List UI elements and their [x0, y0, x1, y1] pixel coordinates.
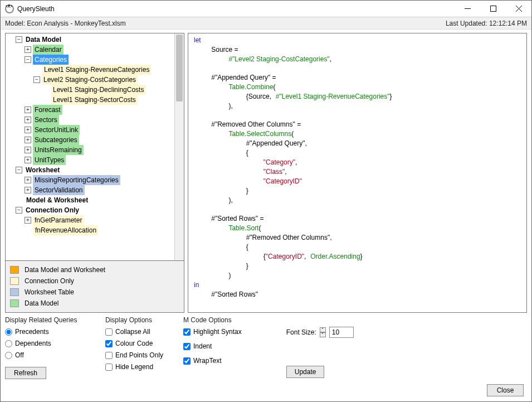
app-window: QuerySleuth Model: Econ Analysis - Monke…: [0, 0, 532, 402]
mcode-view[interactable]: let Source = #"Level2 Staging-CostCatego…: [188, 33, 527, 313]
app-title: QuerySleuth: [17, 5, 55, 13]
fontsize-down[interactable]: ˅: [320, 332, 326, 337]
legend-dm-ws: Data Model and Worksheet: [25, 266, 105, 274]
tree-item-unitsremaining[interactable]: UnitsRemaining: [33, 145, 84, 155]
tree-item-fngetparameter[interactable]: fnGetParameter: [33, 215, 84, 225]
related-queries-title: Display Related Queries: [5, 316, 94, 324]
fontsize-up[interactable]: ˄: [320, 327, 326, 332]
expand-icon[interactable]: +: [25, 127, 31, 133]
tree-item-sector-validation[interactable]: SectorValidation: [33, 185, 85, 195]
expand-icon[interactable]: +: [25, 117, 31, 123]
tree-item-forecast[interactable]: Forecast: [33, 105, 62, 115]
tree-item-sectorunitlink[interactable]: SectorUnitLink: [33, 125, 80, 135]
display-options-title: Display Options: [105, 316, 172, 324]
legend-swatch-orange: [10, 266, 19, 274]
app-icon: [5, 4, 14, 13]
tree-item-lvl1-revenue-categories[interactable]: Level1 Staging-RevenueCategories: [42, 65, 151, 75]
radio-off[interactable]: [5, 352, 12, 359]
legend-swatch-green: [10, 299, 19, 307]
legend-ws-table: Worksheet Table: [25, 288, 74, 296]
tree-group-worksheet[interactable]: Worksheet: [24, 165, 61, 175]
tree-item-lvl1-declining-costs[interactable]: Level1 Staging-DecliningCosts: [51, 85, 145, 95]
tree-scrollbar[interactable]: [174, 33, 184, 260]
expand-icon[interactable]: +: [25, 157, 31, 163]
expand-icon[interactable]: +: [25, 106, 31, 113]
last-updated: Last Updated: 12:12:14 PM: [446, 20, 527, 27]
fontsize-label: Font Size:: [286, 328, 316, 336]
infobar: Model: Econ Analysis - MonkeyTest.xlsm L…: [1, 17, 531, 30]
maximize-button[interactable]: [480, 1, 506, 17]
tree-item-categories[interactable]: Categories: [33, 55, 69, 65]
legend-swatch-cream: [10, 277, 19, 285]
collapse-icon[interactable]: −: [25, 56, 31, 63]
legend-swatch-blue: [10, 288, 19, 296]
model-label: Model: Econ Analysis - MonkeyTest.xlsm: [5, 20, 126, 27]
radio-precedents[interactable]: [5, 328, 12, 336]
collapse-icon[interactable]: −: [16, 167, 22, 173]
expand-icon[interactable]: +: [25, 147, 31, 153]
close-button[interactable]: Close: [487, 384, 524, 396]
refresh-button[interactable]: Refresh: [5, 367, 46, 379]
close-window-button[interactable]: [506, 1, 531, 17]
check-wraptext[interactable]: [183, 357, 191, 365]
tree-item-fnrevenueallocation[interactable]: fnRevenueAllocation: [33, 225, 98, 235]
check-collapse-all[interactable]: [105, 328, 113, 336]
check-colour-code[interactable]: [105, 340, 113, 347]
tree-item-subcategories[interactable]: Subcategories: [33, 135, 79, 145]
query-tree[interactable]: −Data Model +Calendar −Categories Level1…: [5, 33, 184, 261]
footer: Close: [1, 379, 531, 401]
mcode-options-title: M Code Options: [183, 316, 527, 324]
collapse-icon[interactable]: −: [33, 76, 40, 83]
tree-item-unittypes[interactable]: UnitTypes: [33, 155, 66, 165]
check-indent[interactable]: [183, 343, 191, 350]
fontsize-input[interactable]: [329, 327, 354, 338]
tree-item-sectors[interactable]: Sectors: [33, 115, 59, 125]
svg-rect-0: [490, 6, 496, 12]
expand-icon[interactable]: +: [25, 46, 31, 53]
minimize-button[interactable]: [455, 1, 480, 17]
expand-icon[interactable]: +: [25, 177, 31, 183]
radio-dependents[interactable]: [5, 340, 12, 347]
check-highlight-syntax[interactable]: [183, 328, 191, 336]
options-bar: Display Related Queries Precedents Depen…: [1, 313, 531, 379]
collapse-icon[interactable]: −: [16, 36, 22, 43]
check-endpoints-only[interactable]: [105, 352, 113, 359]
check-hide-legend[interactable]: [105, 364, 113, 371]
expand-icon[interactable]: +: [25, 217, 31, 224]
expand-icon[interactable]: +: [25, 187, 31, 193]
tree-group-connection-only[interactable]: Connection Only: [24, 205, 81, 215]
titlebar: QuerySleuth: [1, 1, 531, 17]
legend-dm: Data Model: [25, 299, 58, 307]
collapse-icon[interactable]: −: [16, 207, 22, 214]
legend-conn-only: Connection Only: [25, 277, 74, 285]
update-button[interactable]: Update: [286, 366, 325, 378]
tree-item-calendar[interactable]: Calendar: [33, 45, 64, 55]
tree-group-model-worksheet[interactable]: Model & Worksheet: [25, 195, 90, 205]
tree-item-missing-reporting[interactable]: MissingReportingCategories: [33, 175, 120, 185]
tree-group-data-model[interactable]: Data Model: [24, 35, 63, 45]
tree-item-lvl2-cost-categories[interactable]: Level2 Staging-CostCategories: [42, 75, 138, 85]
tree-item-lvl1-sector-costs[interactable]: Level1 Staging-SectorCosts: [51, 95, 138, 105]
legend: Data Model and Worksheet Connection Only…: [5, 261, 184, 313]
expand-icon[interactable]: +: [25, 137, 31, 143]
